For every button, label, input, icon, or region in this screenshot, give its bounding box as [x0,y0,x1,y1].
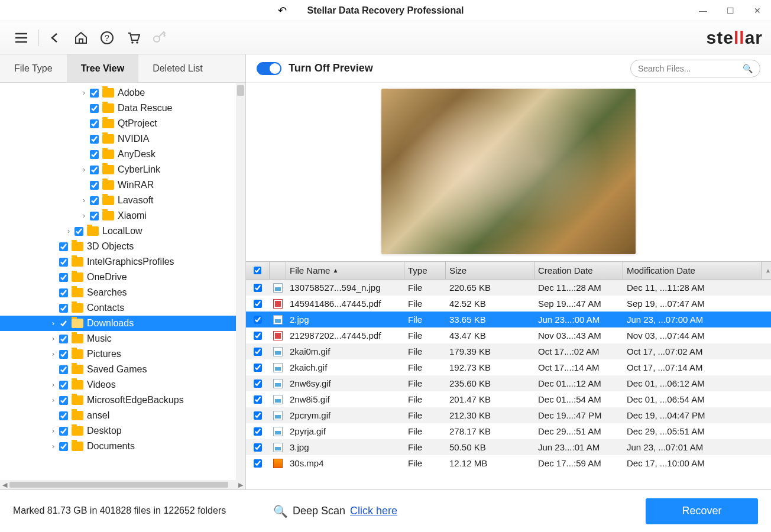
tree-checkbox[interactable] [90,135,99,144]
table-row[interactable]: 3.jpgFile50.50 KBJun 23...:01 AMJun 23, … [246,439,771,455]
tree-item[interactable]: ›MicrosoftEdgeBackups [0,392,245,408]
expander-icon[interactable]: › [79,166,89,174]
tree-checkbox[interactable] [59,365,68,374]
home-button[interactable] [68,26,94,50]
col-file-name[interactable]: File Name ▲ [286,262,404,279]
table-row[interactable]: 2.jpgFile33.65 KBJun 23...:00 AMJun 23, … [246,312,771,327]
tree-checkbox[interactable] [59,396,68,405]
cart-button[interactable] [120,26,146,50]
tree-item[interactable]: ›Downloads [0,316,245,331]
table-row[interactable]: 2pcrym.gifFile212.30 KBDec 19...:47 PMDe… [246,407,771,423]
folder-tree[interactable]: ›AdobeData RescueQtProjectNVIDIAAnyDesk›… [0,83,245,480]
row-checkbox[interactable] [254,395,262,404]
tree-checkbox[interactable] [59,242,68,251]
expander-icon[interactable]: › [48,381,58,389]
table-scroll-up-icon[interactable]: ▲ [762,262,771,279]
tree-checkbox[interactable] [90,89,99,98]
help-button[interactable]: ? [94,26,120,50]
minimize-button[interactable]: — [689,0,717,21]
tab-file-type[interactable]: File Type [0,54,67,82]
expander-icon[interactable]: › [48,319,58,327]
table-row[interactable]: 212987202...47445.pdfFile43.47 KBNov 03.… [246,327,771,343]
table-row[interactable]: 2nw8i5.gifFile201.47 KBDec 01...:54 AMDe… [246,391,771,407]
tree-item[interactable]: ansel [0,408,245,423]
tree-item[interactable]: Saved Games [0,362,245,377]
tree-item[interactable]: ›Xiaomi [0,208,245,223]
table-row[interactable]: 2kai0m.gifFile179.39 KBOct 17...:02 AMOc… [246,343,771,359]
expander-icon[interactable]: › [79,212,89,220]
tree-item[interactable]: AnyDesk [0,147,245,162]
tree-item[interactable]: WinRAR [0,177,245,193]
tree-item[interactable]: ›Pictures [0,346,245,362]
header-checkbox[interactable] [254,267,261,274]
row-checkbox[interactable] [254,300,262,308]
tree-checkbox[interactable] [90,166,99,174]
tree-item[interactable]: Data Rescue [0,100,245,116]
row-checkbox[interactable] [254,443,262,452]
tree-item[interactable]: 3D Objects [0,239,245,254]
tree-checkbox[interactable] [59,350,68,359]
tree-checkbox[interactable] [59,258,68,267]
tree-item[interactable]: ›Adobe [0,85,245,100]
row-checkbox[interactable] [254,427,262,436]
tree-item[interactable]: ›CyberLink [0,162,245,177]
menu-button[interactable] [8,26,34,50]
tree-checkbox[interactable] [59,319,68,328]
expander-icon[interactable]: › [48,350,58,358]
close-button[interactable]: ✕ [744,0,771,21]
tree-checkbox[interactable] [59,381,68,390]
row-checkbox[interactable] [254,459,262,468]
expander-icon[interactable]: › [48,442,58,450]
tree-item[interactable]: ›Videos [0,377,245,392]
table-row[interactable]: 145941486...47445.pdfFile42.52 KBSep 19.… [246,296,771,312]
tree-checkbox[interactable] [90,212,99,220]
tree-item[interactable]: IntelGraphicsProfiles [0,254,245,270]
expander-icon[interactable]: › [79,196,89,205]
tab-deleted-list[interactable]: Deleted List [138,54,217,82]
tree-item[interactable]: Contacts [0,300,245,316]
tree-item[interactable]: ›Music [0,331,245,346]
tree-checkbox[interactable] [59,273,68,282]
row-checkbox[interactable] [254,348,262,356]
tree-checkbox[interactable] [74,227,83,236]
tree-checkbox[interactable] [59,427,68,436]
tree-checkbox[interactable] [90,181,99,190]
tree-scrollbar-vertical[interactable] [236,83,245,480]
col-modification-date[interactable]: Modification Date [623,262,762,279]
col-size[interactable]: Size [446,262,534,279]
tree-item[interactable]: NVIDIA [0,131,245,147]
tree-item[interactable]: Searches [0,285,245,300]
search-input[interactable] [638,64,743,73]
tree-item[interactable]: ›LocalLow [0,223,245,239]
tree-checkbox[interactable] [59,304,68,313]
tree-item[interactable]: ›Lavasoft [0,193,245,208]
tree-checkbox[interactable] [59,411,68,420]
row-checkbox[interactable] [254,411,262,420]
tree-item[interactable]: QtProject [0,116,245,131]
table-row[interactable]: 2kaich.gifFile192.73 KBOct 17...:14 AMOc… [246,359,771,375]
search-box[interactable]: 🔍 [630,60,760,77]
col-type[interactable]: Type [404,262,446,279]
row-checkbox[interactable] [254,379,262,388]
expander-icon[interactable]: › [64,227,73,235]
tree-checkbox[interactable] [90,150,99,159]
preview-toggle[interactable] [257,62,281,75]
tree-checkbox[interactable] [59,335,68,343]
row-checkbox[interactable] [254,332,262,340]
file-table-header[interactable]: File Name ▲ Type Size Creation Date Modi… [246,262,771,280]
tree-item[interactable]: ›Desktop [0,423,245,439]
expander-icon[interactable]: › [79,89,89,97]
tree-item[interactable]: OneDrive [0,270,245,285]
tree-scrollbar-horizontal[interactable]: ◀▶ [0,480,245,489]
table-row[interactable]: 30s.mp4File12.12 MBDec 17...:59 AMDec 17… [246,455,771,471]
key-button[interactable] [146,26,172,50]
table-row[interactable]: 130758527...594_n.jpgFile220.65 KBDec 11… [246,280,771,296]
expander-icon[interactable]: › [48,427,58,435]
maximize-button[interactable]: ☐ [717,0,744,21]
tree-item[interactable]: ›Documents [0,439,245,454]
col-creation-date[interactable]: Creation Date [534,262,623,279]
tree-checkbox[interactable] [90,119,99,128]
table-row[interactable]: 2nw6sy.gifFile235.60 KBDec 01...:12 AMDe… [246,375,771,391]
row-checkbox[interactable] [254,284,262,292]
tree-checkbox[interactable] [90,196,99,205]
